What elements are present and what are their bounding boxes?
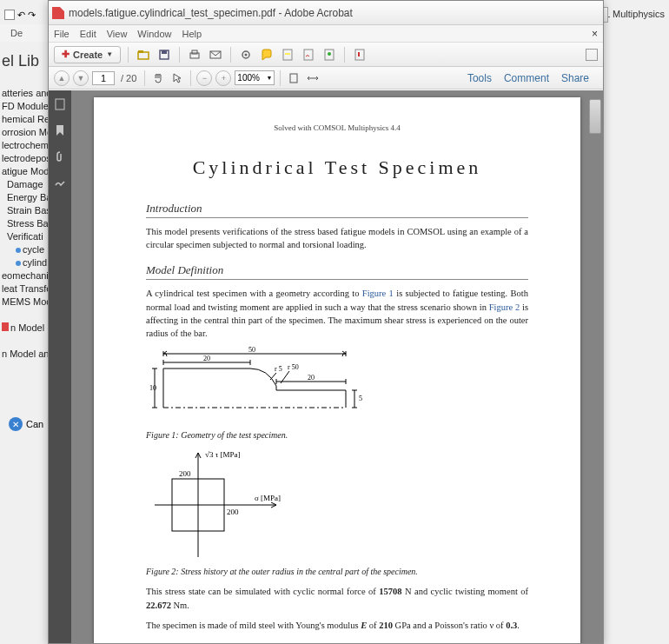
zoom-out-icon[interactable]: − (196, 70, 212, 86)
tree-item[interactable]: n Model (0, 322, 48, 335)
comment-link[interactable]: Comment (504, 72, 549, 84)
pdf-file-icon (52, 7, 64, 19)
tree-item (0, 309, 48, 322)
share-link[interactable]: Share (561, 72, 589, 84)
document-area: Solved with COMSOL Multiphysics 4.4 Cyli… (49, 90, 603, 643)
tree-item[interactable]: cycle (0, 243, 48, 256)
para-stress: This stress state can be simulated with … (146, 585, 528, 611)
menu-view[interactable]: View (107, 29, 128, 39)
page-total: / 20 (118, 73, 139, 83)
select-tool-icon[interactable] (169, 70, 185, 86)
tree-item (0, 335, 48, 348)
svg-point-8 (245, 53, 248, 56)
gear-icon[interactable] (238, 47, 254, 63)
attachments-icon[interactable] (53, 149, 67, 163)
svg-rect-0 (138, 52, 149, 59)
create-plus-icon: ✚ (62, 49, 70, 60)
page-number-input[interactable] (92, 71, 115, 85)
signatures-icon[interactable] (53, 176, 67, 189)
titlebar[interactable]: models.fatigue.cylindrical_test_specimen… (49, 1, 603, 25)
menu-help[interactable]: Help (182, 29, 202, 39)
menu-file[interactable]: File (54, 29, 70, 39)
scrollbar-thumb[interactable] (589, 99, 601, 134)
open-icon[interactable] (136, 47, 151, 63)
svg-rect-11 (304, 50, 313, 60)
tree-item[interactable]: leat Transfer (0, 282, 48, 295)
zoom-in-icon[interactable]: + (215, 70, 231, 86)
header-text: Solved with COMSOL Multiphysics 4.4 (146, 123, 528, 132)
bookmarks-icon[interactable] (53, 123, 67, 137)
pdf-icon (2, 322, 9, 331)
fit-width-icon[interactable] (305, 70, 321, 86)
zoom-select[interactable]: 100%▼ (235, 70, 275, 85)
para-model: A cylindrical test specimen with a geome… (146, 287, 528, 340)
figure1-ref[interactable]: Figure 1 (362, 289, 394, 298)
figure1-diagram: 50 20 20 10 5 r 5 r 50 (146, 347, 528, 425)
model-tree: atteries and FD Module hemical Rea orros… (0, 87, 48, 361)
expand-icon[interactable] (586, 49, 598, 61)
svg-rect-15 (290, 74, 297, 83)
figure2-caption: Figure 2: Stress history at the outer ra… (146, 567, 528, 576)
svg-text:r 5: r 5 (275, 365, 282, 373)
tree-item[interactable]: Verificati (0, 230, 48, 243)
tree-item[interactable]: orrosion Mo (0, 126, 48, 139)
email-icon[interactable] (208, 47, 223, 63)
figure1-caption: Figure 1: Geometry of the test specimen. (146, 430, 528, 440)
svg-text:10: 10 (149, 384, 156, 392)
menubar: File Edit View Window Help × (49, 25, 603, 43)
sign-icon[interactable] (301, 47, 316, 63)
svg-point-13 (328, 52, 331, 56)
tree-item[interactable]: lectrochemi (0, 139, 48, 152)
cancel-icon[interactable]: ✕ (9, 417, 23, 431)
fit-page-icon[interactable] (286, 70, 301, 86)
tree-item[interactable]: Strain Bas (0, 204, 48, 217)
thumbnails-icon[interactable] (53, 97, 67, 111)
svg-text:200: 200 (227, 508, 239, 516)
document-close-icon[interactable]: × (592, 28, 598, 40)
svg-text:5: 5 (359, 395, 362, 402)
main-toolbar: ✚ Create ▼ (49, 43, 603, 67)
tree-item[interactable]: hemical Rea (0, 113, 48, 126)
highlight-icon[interactable] (280, 47, 295, 63)
stamp-icon[interactable] (321, 47, 337, 63)
svg-rect-16 (56, 99, 64, 110)
tree-item[interactable]: eomechanic (0, 269, 48, 282)
acrobat-window: models.fatigue.cylindrical_test_specimen… (48, 0, 604, 644)
bg-left-big: el Lib (2, 52, 39, 70)
tree-item[interactable]: lectrodepos (0, 152, 48, 165)
figure2-ref[interactable]: Figure 2 (489, 302, 520, 312)
tree-item[interactable]: atigue Modu (0, 165, 48, 178)
menu-edit[interactable]: Edit (80, 29, 96, 39)
sticky-note-icon[interactable] (259, 47, 275, 63)
tree-item-selected[interactable]: cylind (0, 256, 48, 269)
tree-item[interactable]: n Model and (0, 348, 48, 361)
create-label: Create (73, 50, 103, 60)
tree-item[interactable]: Stress Bas (0, 217, 48, 230)
attach-icon[interactable] (352, 47, 368, 63)
tree-item[interactable]: FD Module (0, 100, 48, 113)
window-title: models.fatigue.cylindrical_test_specimen… (69, 7, 599, 19)
menu-window[interactable]: Window (137, 29, 171, 39)
print-icon[interactable] (187, 47, 202, 63)
bg-sq (4, 10, 15, 20)
save-icon[interactable] (156, 47, 172, 63)
create-button[interactable]: ✚ Create ▼ (54, 46, 121, 63)
tree-item[interactable]: MEMS Modul (0, 295, 48, 309)
tree-item[interactable]: Energy Ba (0, 191, 48, 204)
tools-link[interactable]: Tools (467, 72, 492, 84)
doc-title: Cylindrical Test Specimen (146, 156, 528, 179)
bullet-icon (16, 248, 21, 253)
svg-rect-10 (285, 53, 290, 55)
tree-item[interactable]: atteries and (0, 87, 48, 100)
svg-text:r 50: r 50 (288, 363, 299, 371)
hand-tool-icon[interactable] (150, 70, 166, 86)
svg-text:20: 20 (308, 374, 315, 382)
svg-text:200: 200 (179, 469, 191, 478)
dropdown-arrow-icon: ▼ (266, 75, 274, 81)
tree-item[interactable]: Damage (0, 178, 48, 191)
bg-de-label: De (10, 28, 23, 38)
page-viewport[interactable]: Solved with COMSOL Multiphysics 4.4 Cyli… (71, 90, 603, 643)
page-down-icon[interactable]: ▼ (73, 70, 89, 86)
svg-text:50: 50 (248, 347, 255, 354)
page-up-icon[interactable]: ▲ (54, 70, 70, 86)
